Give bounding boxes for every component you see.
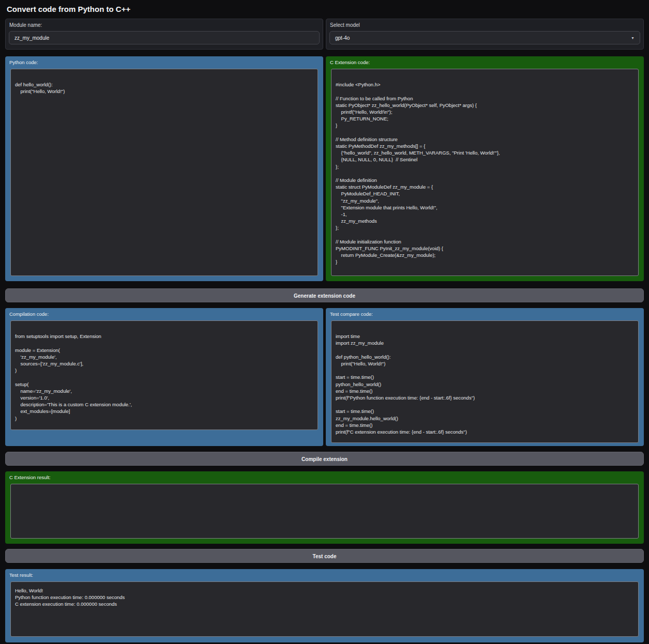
c-extension-code-label: C Extension code: [330,59,370,65]
module-name-group: Module name: [5,19,323,50]
model-selected-value: gpt-4o [335,35,350,41]
python-code-textarea[interactable]: def hello_world(): print("Hello, World!"… [10,69,318,276]
compilation-row: Compilation code: from setuptools import… [5,308,644,446]
c-extension-result-label: C Extension result: [9,474,51,480]
compile-extension-button[interactable]: Compile extension [5,452,644,466]
test-code-button[interactable]: Test code [5,549,644,563]
test-result-textarea[interactable]: Hello, World! Python function execution … [10,581,639,637]
model-select-label: Select model [330,22,640,28]
test-result-label: Test result: [9,572,33,578]
test-result-panel: Test result: Hello, World! Python functi… [5,569,644,642]
test-compare-code-label: Test compare code: [330,311,373,317]
app-container: Convert code from Python to C++ Module n… [0,0,649,642]
c-extension-code-textarea[interactable]: #include <Python.h> // Function to be ca… [331,69,639,276]
compilation-code-textarea[interactable]: from setuptools import setup, Extension … [10,320,318,430]
form-row: Module name: Select model gpt-4o ▼ [5,19,644,50]
code-row: Python code: def hello_world(): print("H… [5,56,644,281]
compilation-code-label: Compilation code: [9,311,49,317]
c-extension-code-panel: C Extension code: #include <Python.h> //… [326,56,644,281]
chevron-down-icon: ▼ [631,36,635,40]
compilation-code-panel: Compilation code: from setuptools import… [5,308,323,446]
generate-extension-code-button[interactable]: Generate extension code [5,288,644,302]
python-code-panel: Python code: def hello_world(): print("H… [5,56,323,281]
test-compare-code-panel: Test compare code: import time import zz… [326,308,644,446]
python-code-label: Python code: [9,59,38,65]
model-select-group: Select model gpt-4o ▼ [326,19,644,50]
test-compare-code-textarea[interactable]: import time import zz_my_module def pyth… [331,320,639,443]
module-name-label: Module name: [9,22,320,28]
module-name-input[interactable] [9,31,320,44]
c-extension-result-panel: C Extension result: [5,471,644,544]
model-select-dropdown[interactable]: gpt-4o ▼ [329,31,640,44]
page-title: Convert code from Python to C++ [7,0,644,13]
c-extension-result-textarea[interactable] [10,484,639,539]
